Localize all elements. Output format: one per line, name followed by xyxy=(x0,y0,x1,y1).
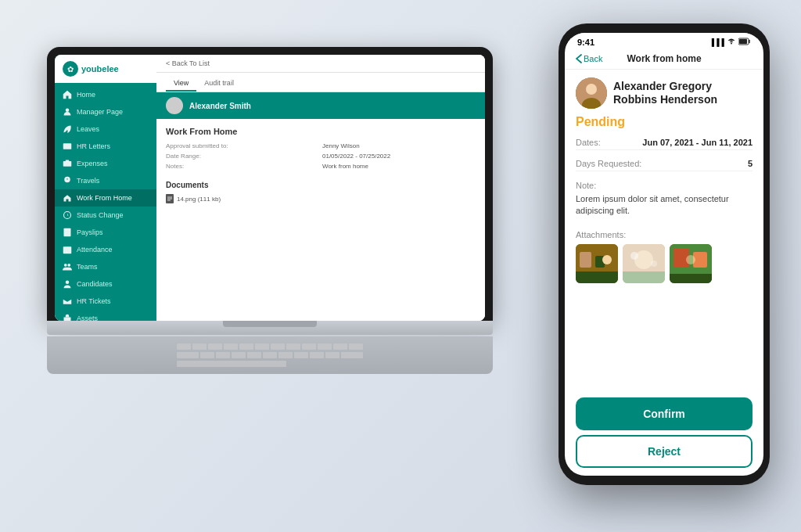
sidebar-item-candidates[interactable]: Candidates xyxy=(55,275,156,293)
key xyxy=(224,343,238,350)
days-label: Days Requested: xyxy=(576,159,641,168)
tab-view[interactable]: View xyxy=(166,76,196,92)
confirm-button[interactable]: Confirm xyxy=(576,397,753,430)
candidates-icon xyxy=(63,279,72,289)
assets-icon xyxy=(63,314,72,321)
status-badge: Pending xyxy=(576,115,753,129)
tab-audit[interactable]: Audit trail xyxy=(196,76,242,92)
svg-point-14 xyxy=(586,84,597,95)
letter-icon xyxy=(63,142,72,151)
days-value: 5 xyxy=(748,159,753,168)
attachments-row xyxy=(576,244,753,283)
avatar xyxy=(576,77,607,109)
employee-avatar xyxy=(166,97,183,114)
wfh-grid: Approval submitted to: Jenny Wilson Date… xyxy=(166,142,476,170)
key xyxy=(271,343,285,350)
status-icon xyxy=(63,210,72,220)
svg-point-24 xyxy=(630,252,638,260)
sidebar-item-payslips[interactable]: Payslips xyxy=(55,224,156,241)
dates-row: Dates: Jun 07, 2021 - Jun 11, 2021 xyxy=(576,135,753,150)
note-text: Lorem ipsum dolor sit amet, consectetur … xyxy=(576,193,753,217)
avatar-face xyxy=(576,77,607,109)
phone-user-row: Alexander Gregory Robbins Henderson xyxy=(576,77,753,109)
svg-rect-20 xyxy=(576,271,618,283)
sidebar-item-hrtickets[interactable]: HR Tickets xyxy=(55,293,156,310)
key xyxy=(247,352,261,358)
key xyxy=(286,343,300,350)
keyboard-row-1 xyxy=(177,343,363,350)
attachment-thumb-2[interactable] xyxy=(623,244,665,283)
svg-point-8 xyxy=(66,281,70,285)
spacebar xyxy=(177,361,286,367)
key xyxy=(325,352,339,358)
sidebar-item-status[interactable]: Status Change xyxy=(55,207,156,224)
key xyxy=(294,352,308,358)
key xyxy=(349,343,363,350)
attachments-section: Attachments: xyxy=(576,227,753,286)
back-link[interactable]: < Back To List xyxy=(166,59,210,67)
wifi-icon xyxy=(727,38,736,47)
phone-username: Alexander Gregory Robbins Henderson xyxy=(613,80,753,106)
sidebar-item-manager[interactable]: Manager Page xyxy=(55,103,156,120)
sidebar-item-assets[interactable]: Assets xyxy=(55,310,156,321)
attachment-thumb-3[interactable] xyxy=(670,244,712,283)
days-row: Days Requested: 5 xyxy=(576,156,753,171)
key xyxy=(310,352,324,358)
wfh-icon xyxy=(63,193,72,203)
svg-point-30 xyxy=(686,255,695,264)
phone-header: Back Work from home xyxy=(565,49,763,70)
battery-icon xyxy=(738,38,751,47)
sidebar-item-attendance[interactable]: Attendance xyxy=(55,241,156,258)
key xyxy=(216,352,230,358)
payslip-icon xyxy=(63,228,72,237)
sidebar-item-teams[interactable]: Teams xyxy=(55,258,156,275)
travel-icon xyxy=(63,176,72,185)
svg-rect-2 xyxy=(63,161,72,167)
main-content: < Back To List View Audit trail Alexande… xyxy=(156,55,485,321)
thumb1-svg xyxy=(576,244,618,283)
svg-point-25 xyxy=(651,261,657,267)
sidebar-item-travels[interactable]: Travels xyxy=(55,172,156,189)
svg-rect-12 xyxy=(739,39,747,44)
sidebar-item-home[interactable]: Home xyxy=(55,86,156,103)
key xyxy=(302,343,316,350)
back-chevron-icon xyxy=(576,54,582,63)
teams-icon xyxy=(63,262,72,271)
laptop: ✿ youbelee Home Manager Page Leaves xyxy=(47,47,493,374)
keyboard-row-3 xyxy=(177,361,363,367)
svg-point-7 xyxy=(67,264,70,267)
expense-icon xyxy=(63,159,72,168)
tab-bar: View Audit trail xyxy=(156,73,485,92)
sidebar-item-leaves[interactable]: Leaves xyxy=(55,120,156,138)
phone-back-button[interactable]: Back xyxy=(576,54,602,63)
sidebar-item-wfh[interactable]: Work From Home xyxy=(55,189,156,207)
sidebar-item-expenses[interactable]: Expenses xyxy=(55,155,156,172)
avatar-svg xyxy=(576,77,607,109)
tickets-icon xyxy=(63,297,72,306)
content-header: < Back To List xyxy=(156,55,485,73)
laptop-screen: ✿ youbelee Home Manager Page Leaves xyxy=(55,55,485,321)
reject-button[interactable]: Reject xyxy=(576,435,753,468)
dates-label: Dates: xyxy=(576,138,601,147)
phone: 9:41 ▐▐▐ Back Work from home xyxy=(559,23,770,485)
key xyxy=(278,352,293,358)
svg-rect-5 xyxy=(63,246,72,253)
docs-section: Documents 14.png (111 kb) xyxy=(166,181,476,203)
svg-rect-29 xyxy=(670,274,712,283)
sidebar-item-hrletters[interactable]: HR Letters xyxy=(55,138,156,155)
phone-title: Work from home xyxy=(627,53,701,64)
phone-status-bar: 9:41 ▐▐▐ xyxy=(565,33,763,49)
key xyxy=(341,352,363,358)
attachment-thumb-1[interactable] xyxy=(576,244,618,283)
svg-point-6 xyxy=(64,264,67,267)
logo-icon: ✿ xyxy=(63,61,78,77)
sidebar: ✿ youbelee Home Manager Page Leaves xyxy=(55,55,156,321)
laptop-keyboard xyxy=(47,336,493,374)
attendance-icon xyxy=(63,245,72,254)
svg-rect-17 xyxy=(580,252,591,268)
status-time: 9:41 xyxy=(577,38,594,47)
date-range-value: 01/05/2022 - 07/25/2022 xyxy=(322,153,476,160)
key xyxy=(318,343,332,350)
key xyxy=(177,343,191,350)
notes-value: Work from home xyxy=(322,163,476,170)
